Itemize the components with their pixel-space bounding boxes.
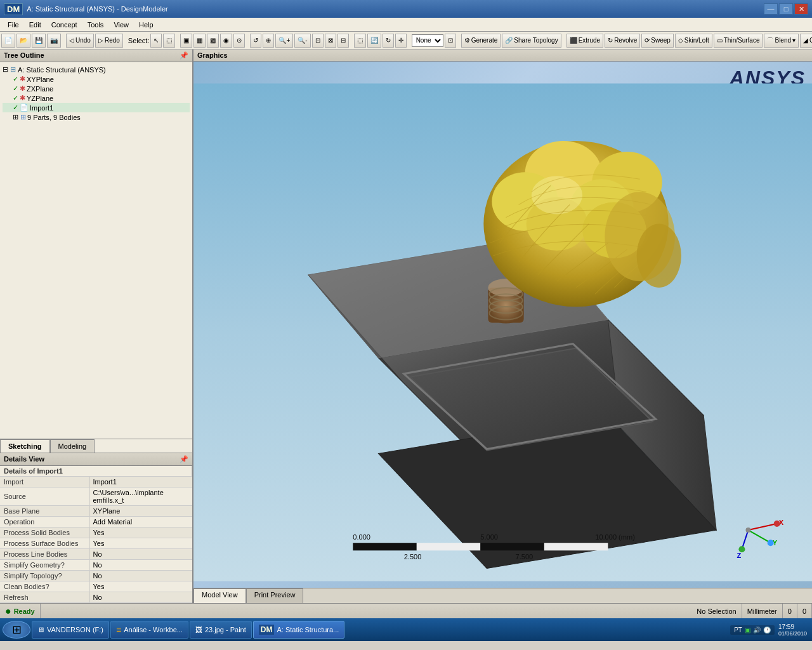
svg-point-42: [774, 521, 780, 527]
select-box[interactable]: ⬚: [163, 34, 175, 48]
menu-tools[interactable]: Tools: [82, 20, 109, 30]
view-btn1[interactable]: ▣: [180, 34, 192, 48]
menu-file[interactable]: File: [3, 20, 24, 30]
open-button[interactable]: 📂: [16, 34, 30, 48]
tree-pin[interactable]: 📌: [180, 51, 188, 60]
tab-print-preview[interactable]: Print Preview: [246, 588, 304, 603]
tree-icon-check4: ✓: [13, 103, 18, 112]
maximize-button[interactable]: □: [779, 3, 793, 15]
zoom-box[interactable]: ⊠: [325, 34, 336, 48]
close-button[interactable]: ✕: [794, 3, 808, 15]
minimize-button[interactable]: —: [764, 3, 778, 15]
tree-icon-xy: ✱: [20, 75, 25, 83]
detail-val-solid: Yes: [89, 527, 192, 538]
detail-val-simpgeo: No: [89, 560, 192, 571]
detail-row-clean: Clean Bodies? Yes: [0, 581, 192, 592]
menu-edit[interactable]: Edit: [24, 20, 46, 30]
menu-view[interactable]: View: [108, 20, 134, 30]
svg-rect-30: [417, 543, 481, 550]
detail-row-line: Process Line Bodies No: [0, 549, 192, 560]
view-btn5[interactable]: ⊙: [233, 34, 245, 48]
sweep-button[interactable]: ⟳ Sweep: [641, 34, 674, 48]
zoom-select[interactable]: ⊟: [337, 34, 349, 48]
tree-expand-bodies[interactable]: ⊞: [13, 113, 20, 121]
tree-item-xyplane[interactable]: ✓ ✱ XYPlane: [3, 74, 190, 84]
plane-btn[interactable]: ⊡: [445, 34, 456, 48]
svg-point-43: [768, 540, 774, 546]
tree-collapse-root[interactable]: ⊟: [3, 65, 10, 74]
undo-button[interactable]: ◁ Undo: [66, 34, 94, 48]
start-button[interactable]: ⊞: [3, 621, 30, 639]
svg-point-25: [637, 224, 681, 288]
view-btn2[interactable]: ▦: [193, 34, 206, 48]
detail-key-simptopo: Simplify Topology?: [0, 571, 89, 581]
thin-surface-button[interactable]: ▭ Thin/Surface: [714, 34, 763, 48]
zoom-out[interactable]: 🔍-: [294, 34, 310, 48]
revolve-button[interactable]: ↻ Revolve: [605, 34, 640, 48]
taskbar-item-analyse[interactable]: ≡ Análise - Workbe...: [110, 621, 188, 639]
chamfer-button[interactable]: ◢ Chamfer: [800, 34, 812, 48]
svg-rect-31: [480, 543, 544, 550]
tab-model-view[interactable]: Model View: [193, 588, 246, 603]
spin[interactable]: ↻: [383, 34, 394, 48]
look-at[interactable]: ⬚: [354, 34, 366, 48]
tree-icon-import: 📄: [20, 103, 29, 112]
svg-text:5.000: 5.000: [480, 533, 498, 541]
date: 01/06/2010: [778, 630, 807, 637]
time-display: 17:59 01/06/2010: [778, 623, 807, 637]
select-pointer[interactable]: ↖: [150, 34, 162, 48]
view-btn4[interactable]: ◉: [220, 34, 232, 48]
detail-key-solid: Process Solid Bodies: [0, 527, 89, 538]
zoom-fit[interactable]: ⊡: [312, 34, 324, 48]
time: 17:59: [778, 623, 807, 630]
detail-row-solid: Process Solid Bodies Yes: [0, 527, 192, 538]
none-select[interactable]: None: [412, 34, 443, 47]
status-unit: Millimeter: [742, 604, 783, 618]
details-title: Details View: [4, 455, 44, 463]
tree-item-root[interactable]: ⊟ ⊞ A: Static Structural (ANSYS): [3, 65, 190, 74]
cursor-btn[interactable]: ✛: [395, 34, 407, 48]
details-pin[interactable]: 📌: [180, 455, 188, 463]
view-btn3[interactable]: ▩: [207, 34, 219, 48]
graphics-viewport[interactable]: ANSYS v12: [193, 62, 812, 603]
nav-btn1[interactable]: ↺: [250, 34, 261, 48]
analyse-label: Análise - Workbe...: [124, 626, 183, 633]
tree-item-zxplane[interactable]: ✓ ✱ ZXPlane: [3, 84, 190, 93]
save-button[interactable]: 💾: [32, 34, 46, 48]
taskbar-item-paint[interactable]: 🖼 23.jpg - Paint: [190, 621, 252, 639]
detail-key-refresh: Refresh: [0, 592, 89, 603]
nav-btn2[interactable]: ⊕: [263, 34, 274, 48]
generate-button[interactable]: ⚙ Generate: [461, 34, 501, 48]
detail-row-surface: Process Surface Bodies Yes: [0, 538, 192, 549]
capture-button[interactable]: 📷: [47, 34, 61, 48]
detail-key-surface: Process Surface Bodies: [0, 538, 89, 549]
share-topology-button[interactable]: 🔗 Share Topology: [502, 34, 561, 48]
analyse-icon: ≡: [116, 625, 121, 635]
taskbar-item-dm[interactable]: DM A: Static Structura...: [253, 621, 345, 639]
zoom-in[interactable]: 🔍+: [275, 34, 293, 48]
detail-val-operation: Add Material: [89, 517, 192, 527]
tab-modeling[interactable]: Modeling: [50, 439, 95, 453]
svg-text:10.000 (mm): 10.000 (mm): [595, 533, 635, 541]
tree-label-xyplane: XYPlane: [27, 76, 54, 83]
extrude-button[interactable]: ⬛ Extrude: [566, 34, 603, 48]
tree-item-yzplane[interactable]: ✓ ✱ YZPlane: [3, 93, 190, 103]
redo-button[interactable]: ▷ Redo: [95, 34, 123, 48]
skin-loft-button[interactable]: ◇ Skin/Loft: [675, 34, 712, 48]
left-panel: Tree Outline 📌 ⊟ ⊞ A: Static Structural …: [0, 50, 193, 603]
paint-icon: 🖼: [195, 626, 202, 633]
tab-bar: Sketching Modeling: [0, 439, 192, 453]
tree-item-import1[interactable]: ✓ 📄 Import1: [3, 103, 190, 112]
menu-help[interactable]: Help: [134, 20, 159, 30]
orient[interactable]: 🔄: [367, 34, 381, 48]
menu-concept[interactable]: Concept: [46, 20, 82, 30]
paint-label: 23.jpg - Paint: [205, 626, 246, 633]
tab-sketching[interactable]: Sketching: [0, 439, 50, 453]
new-button[interactable]: 📄: [1, 34, 15, 48]
taskbar-item-vanderson[interactable]: 🖥 VANDERSON (F:): [32, 621, 109, 639]
blend-button[interactable]: ⌒ Blend ▾: [764, 34, 799, 48]
tree-item-bodies[interactable]: ⊞ ⊞ 9 Parts, 9 Bodies: [3, 112, 190, 122]
tree-icon-check3: ✓: [13, 94, 18, 102]
status-selection: No Selection: [691, 604, 742, 618]
network-icon: ▣: [745, 627, 750, 633]
